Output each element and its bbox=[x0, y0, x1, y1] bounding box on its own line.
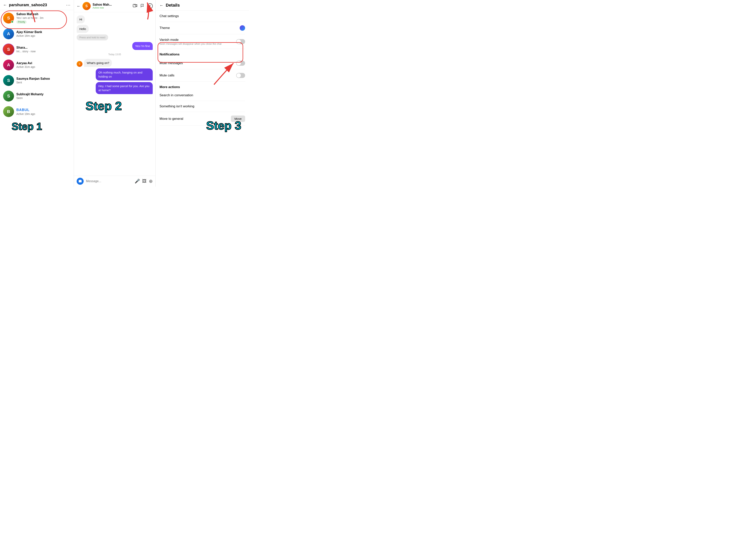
contact-name: Saumya Ranjan Sahoo bbox=[16, 77, 71, 80]
message-hello: Hello bbox=[77, 25, 89, 33]
message-hi: Hi bbox=[77, 16, 85, 23]
chat-input-bar: 🎤 🖼 ⊕ bbox=[74, 176, 155, 187]
avatar-container: S bbox=[3, 90, 14, 102]
timestamp: Today 13:05 bbox=[77, 53, 153, 56]
sender-avatar-small: S bbox=[77, 61, 82, 67]
contact-info-aaryaa: Aaryaa Avi Active 31m ago bbox=[16, 61, 71, 69]
message-whats-going-on: What's going on? bbox=[84, 59, 112, 67]
contact-item-subhrajit[interactable]: S Subhrajit Mohanty Seen bbox=[0, 88, 74, 104]
contact-info-subhrajit: Subhrajit Mohanty Seen bbox=[16, 92, 71, 100]
notifications-label: Notifications bbox=[159, 53, 180, 56]
contact-name: Aaryaa Avi bbox=[16, 61, 71, 65]
mute-calls-toggle[interactable] bbox=[236, 73, 245, 78]
contact-info-sahoo-mahesh: Sahoo Mahesh Yes I am at home · 3m Prior… bbox=[16, 12, 71, 24]
more-actions-label: More actions bbox=[159, 85, 180, 89]
chat-contact-name: Sahoo Mah... bbox=[93, 3, 131, 6]
avatar-container: A bbox=[3, 28, 14, 39]
online-indicator bbox=[11, 20, 14, 23]
details-header: ← Details bbox=[156, 0, 249, 11]
contact-preview: Sent bbox=[16, 81, 71, 84]
avatar-container: S bbox=[3, 75, 14, 86]
details-title: Details bbox=[166, 3, 180, 8]
mute-messages-label: Mute messages bbox=[159, 61, 183, 65]
avatar-container: S bbox=[3, 12, 14, 24]
details-back-button[interactable]: ← bbox=[159, 3, 163, 7]
details-item-vanish-mode[interactable]: Vanish mode Seen messages will disappear… bbox=[159, 34, 245, 49]
contact-preview: Active 19m ago bbox=[16, 112, 71, 115]
avatar-subhrajit: S bbox=[3, 90, 14, 102]
contact-preview: Yes I am at home · 3m bbox=[16, 16, 71, 20]
message-input[interactable] bbox=[86, 180, 132, 183]
contact-item-babul[interactable]: B BABUL Active 19m ago bbox=[0, 104, 74, 119]
contact-info-saumya: Saumya Ranjan Sahoo Sent bbox=[16, 77, 71, 84]
contact-name: Sahoo Mahesh bbox=[16, 12, 71, 16]
vanish-mode-sublabel: Seen messages will disappear when you cl… bbox=[159, 43, 222, 45]
priority-badge: Priority bbox=[16, 20, 27, 24]
details-item-theme[interactable]: Theme bbox=[159, 22, 245, 34]
contact-name: Ajay Kümar Bank bbox=[16, 30, 71, 34]
avatar-sharad: S bbox=[3, 44, 14, 55]
vanish-mode-toggle[interactable] bbox=[236, 39, 245, 44]
contact-item-aaryaa-avi[interactable]: A Aaryaa Avi Active 31m ago bbox=[0, 57, 74, 73]
add-icon[interactable]: ⊕ bbox=[149, 179, 153, 184]
avatar-aaryaa: A bbox=[3, 59, 14, 71]
mute-calls-label: Mute calls bbox=[159, 74, 175, 77]
details-item-search-conversation[interactable]: Search in conversation bbox=[159, 90, 245, 101]
video-call-icon[interactable] bbox=[133, 3, 137, 9]
contact-item-sharad[interactable]: S Shara... Int... story · now bbox=[0, 42, 74, 57]
contact-preview: Active 16m ago bbox=[16, 34, 71, 37]
camera-button[interactable] bbox=[77, 178, 84, 185]
contact-info-ajay-kumar: Ajay Kümar Bank Active 16m ago bbox=[16, 30, 71, 37]
search-conversation-label: Search in conversation bbox=[159, 93, 193, 97]
details-item-something-wrong[interactable]: Something isn't working bbox=[159, 101, 245, 112]
message-row-whats-going-on: S What's going on? bbox=[77, 59, 153, 67]
image-icon[interactable]: 🖼 bbox=[142, 179, 147, 184]
contact-item-ajay-kumar[interactable]: A Ajay Kümar Bank Active 16m ago bbox=[0, 26, 74, 42]
details-list: Chat settings Theme Vanish mode Seen mes… bbox=[156, 11, 249, 187]
avatar-container: A bbox=[3, 59, 14, 71]
contacts-more-button[interactable]: ··· bbox=[66, 3, 71, 7]
contact-item-saumya-ranjan[interactable]: S Saumya Ranjan Sahoo Sent bbox=[0, 73, 74, 88]
avatar-ajay-kumar: A bbox=[3, 28, 14, 39]
contacts-panel: ← parshuram_sahoo23 ··· S Sahoo Mahesh Y… bbox=[0, 0, 74, 187]
details-panel: ← Details Chat settings Theme bbox=[156, 0, 249, 187]
contact-preview: Int... story · now bbox=[16, 50, 71, 53]
message-nothing-much: Oh nothing much, hanging on and holding … bbox=[96, 69, 153, 80]
contact-item-sahoo-mahesh[interactable]: S Sahoo Mahesh Yes I am at home · 3m Pri… bbox=[0, 10, 74, 26]
contact-info-sharad: Shara... Int... story · now bbox=[16, 46, 71, 53]
details-item-label: Chat settings bbox=[159, 14, 179, 18]
chat-header-icons: i bbox=[133, 3, 153, 9]
vanish-mode-label: Vanish mode bbox=[159, 38, 222, 42]
theme-color-dot bbox=[240, 25, 245, 31]
contact-name: Subhrajit Mohanty bbox=[16, 92, 71, 96]
svg-point-2 bbox=[134, 4, 135, 5]
message-vanish: Press and hold to react bbox=[77, 34, 108, 41]
chat-status: Active now bbox=[93, 6, 131, 9]
contact-name: Shara... bbox=[16, 46, 71, 49]
chat-back-button[interactable]: ← bbox=[77, 4, 80, 8]
chat-messages: Hi Hello Press and hold to react Yes I'm… bbox=[74, 12, 155, 176]
contact-info-babul: BABUL Active 19m ago bbox=[16, 108, 71, 115]
something-wrong-label: Something isn't working bbox=[159, 104, 194, 108]
move-button[interactable]: Move bbox=[231, 115, 245, 122]
chat-header-info: Sahoo Mah... Active now bbox=[93, 3, 131, 9]
svg-rect-1 bbox=[133, 4, 136, 7]
details-item-mute-calls[interactable]: Mute calls bbox=[159, 70, 245, 82]
microphone-icon[interactable]: 🎤 bbox=[135, 179, 140, 184]
contacts-header: ← parshuram_sahoo23 ··· bbox=[0, 0, 74, 10]
mute-messages-toggle[interactable] bbox=[236, 61, 245, 66]
details-item-chat-settings[interactable]: Chat settings bbox=[159, 11, 245, 22]
chat-header: ← S Sahoo Mah... Active now bbox=[74, 0, 155, 12]
move-general-label: Move to general bbox=[159, 117, 183, 121]
details-item-content: Vanish mode Seen messages will disappear… bbox=[159, 38, 222, 45]
details-item-mute-messages[interactable]: Mute messages bbox=[159, 57, 245, 70]
details-section-notifications: Notifications bbox=[159, 49, 245, 57]
info-icon[interactable]: i bbox=[147, 3, 153, 9]
contacts-title: parshuram_sahoo23 bbox=[9, 3, 47, 7]
avatar-saumya: S bbox=[3, 75, 14, 86]
contacts-back-button[interactable]: ← bbox=[3, 3, 7, 7]
flag-icon[interactable] bbox=[140, 3, 145, 9]
details-item-move-general[interactable]: Move to general Move bbox=[159, 112, 245, 126]
details-section-more-actions: More actions bbox=[159, 82, 245, 90]
chat-header-avatar: S bbox=[82, 2, 91, 10]
